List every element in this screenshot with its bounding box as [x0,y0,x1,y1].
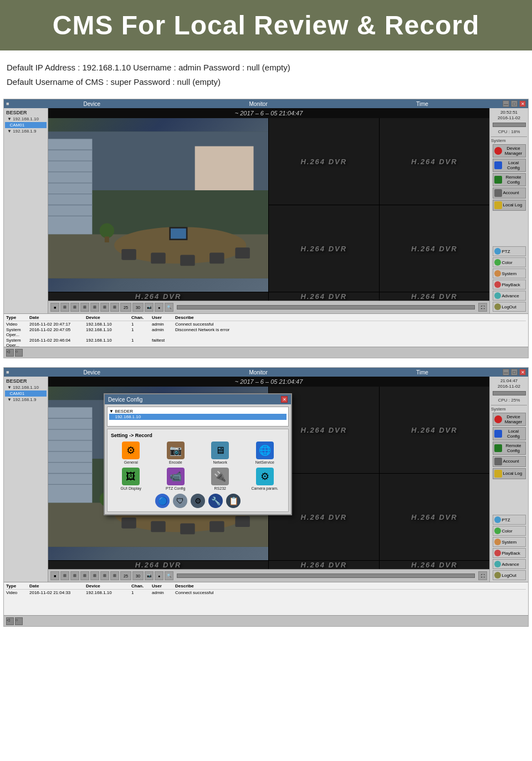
device-manager-btn-2[interactable]: Device Manager [493,413,526,426]
remote-config-btn-1[interactable]: Remote Config [493,173,526,186]
tab-device-2[interactable]: Device [84,369,101,376]
device-manager-btn-1[interactable]: Device Manager [493,144,526,158]
num25-btn-2[interactable]: 25 [120,571,131,580]
grid2-btn-2[interactable]: ⊞ [70,571,79,580]
config-item-network[interactable]: 🖥 Network [200,442,241,464]
tree-item-0[interactable]: ▼ BESDER [109,409,287,414]
minimize-btn-2[interactable]: — [503,369,509,376]
grid6-btn-1[interactable]: ⊞ [110,303,119,312]
fullscreen-btn-2[interactable]: ⛶ [478,571,487,580]
bb-btn2-1[interactable]: ○ [15,349,23,357]
bottom-icon-2[interactable]: ⚙ [191,494,205,508]
tab-device-1[interactable]: Device [84,101,101,107]
rs232-label: RS232 [214,486,226,490]
tab-monitor-1[interactable]: Monitor [249,101,267,107]
close-btn-1[interactable]: ✕ [519,100,526,107]
capture-btn-1[interactable]: 📷 [145,303,154,312]
dialog-close-btn[interactable]: ✕ [281,396,288,403]
rec-btn-2[interactable]: ● [155,571,163,580]
sidebar-item-root-2[interactable]: ▼ 192.168.1.10 [5,384,47,390]
grid5-btn-1[interactable]: ⊞ [100,303,109,312]
tab-time-2[interactable]: Time [416,369,428,376]
local-log-btn-2[interactable]: Local Log [493,468,526,479]
grid3-btn-1[interactable]: ⊞ [80,303,89,312]
config-item-ptz[interactable]: 📹 PTZ Config [156,468,196,490]
playback-nav-btn-1[interactable]: PlayBack [493,280,526,290]
config-item-general[interactable]: ⚙ General [111,442,151,464]
sidebar-item-ip2-2[interactable]: ▼ 192.168.1.9 [5,397,47,403]
logout-nav-btn-1[interactable]: LogOut [493,302,526,312]
grid3-btn-2[interactable]: ⊞ [80,571,89,580]
advance-nav-btn-2[interactable]: Advance [493,559,526,569]
remote-config-icon-1 [494,176,502,184]
bottom-icon-3[interactable]: 🔧 [208,494,223,508]
grid4-btn-1[interactable]: ⊞ [90,303,99,312]
grid6-btn-2[interactable]: ⊞ [110,571,119,580]
sidebar-item-cam-1[interactable]: CAM01 [5,122,47,128]
tree-item-1[interactable]: 192.168.1.10 [109,414,287,420]
num25-btn-1[interactable]: 25 [120,303,131,312]
bb-btn1-1[interactable]: ◁ [6,349,14,357]
advance-nav-btn-1[interactable]: Advance [493,291,526,301]
close-btn-2[interactable]: ✕ [519,369,526,376]
bottom-icon-0[interactable]: 🔵 [155,494,170,508]
ptc-nav-btn-1[interactable]: PTZ [493,246,526,256]
color-nav-btn-1[interactable]: Color [493,257,526,267]
fullscreen-btn-1[interactable]: ⛶ [478,303,487,312]
account-btn-2[interactable]: Account [493,456,526,467]
dvr-label-tr1-2: H.264 DVR [300,426,347,434]
sidebar-item-cam-2[interactable]: CAM01 [5,390,47,397]
volume-slider-1[interactable] [177,305,475,310]
remote-config-btn-2[interactable]: Remote Config [493,442,526,455]
dialog-tree: ▼ BESDER 192.168.1.10 [107,407,289,427]
rec-btn-1[interactable]: ● [155,303,163,312]
num30-btn-1[interactable]: 30 [132,303,144,312]
capture-btn-2[interactable]: 📷 [145,571,154,580]
color-nav-btn-2[interactable]: Color [493,526,526,536]
volume-slider-2[interactable] [177,574,475,578]
bb-btn2-2[interactable]: ○ [15,617,23,625]
tab-time-1[interactable]: Time [416,101,428,107]
num30-btn-2[interactable]: 30 [132,571,144,580]
dvr-label-b1-1: H.264 DVR [135,292,182,301]
stop-btn-2[interactable]: ■ [50,571,59,580]
system-nav-btn-2[interactable]: System [493,537,526,547]
account-btn-1[interactable]: Account [493,187,526,199]
bb-btn1-2[interactable]: ◁ [6,617,14,625]
config-item-netservice[interactable]: 🌐 NetService [245,442,285,464]
local-config-btn-2[interactable]: Local Config [493,427,526,440]
grid1-btn-2[interactable]: ⊞ [60,571,69,580]
logout-nav-btn-2[interactable]: LogOut [493,570,526,580]
config-item-rs232[interactable]: 🔌 RS232 [200,468,241,490]
logout-icon-1 [494,303,501,310]
tab-monitor-2[interactable]: Monitor [249,369,267,376]
color-icon-2 [494,527,501,534]
sidebar-item-root-1[interactable]: ▼ 192.168.1.10 [5,116,47,122]
grid5-btn-2[interactable]: ⊞ [100,571,109,580]
titlebar-controls-1: — □ ✕ [503,100,526,107]
local-log-btn-1[interactable]: Local Log [493,200,526,211]
zoom-btn-2[interactable]: 🔍 [165,571,173,580]
sidebar-item-ip2-1[interactable]: ▼ 192.168.1.9 [5,128,47,134]
zoom-btn-1[interactable]: 🔍 [165,303,173,312]
minimize-btn-1[interactable]: — [503,100,509,107]
grid2-btn-1[interactable]: ⊞ [70,303,79,312]
config-item-encode[interactable]: 📷 Encode [156,442,196,464]
stop-btn-1[interactable]: ■ [50,303,59,312]
ptc-nav-btn-2[interactable]: PTZ [493,515,526,525]
device-manager-icon-2 [494,415,502,423]
grid1-btn-1[interactable]: ⊞ [60,303,69,312]
playback-nav-btn-2[interactable]: PlayBack [493,548,526,558]
cms-titlebar-1: ■ Device Monitor Time — □ ✕ [4,99,528,108]
maximize-btn-1[interactable]: □ [511,100,518,107]
maximize-btn-2[interactable]: □ [511,369,518,376]
bottom-icon-1[interactable]: 🛡 [173,494,187,508]
video-cell-br1-1: H.264 DVR [269,205,379,292]
svg-rect-13 [151,253,165,264]
local-config-btn-1[interactable]: Local Config [493,159,526,172]
bottom-icon-4[interactable]: 📋 [226,494,241,508]
config-item-gui[interactable]: 🖼 GUI Display [111,468,151,490]
system-nav-btn-1[interactable]: System [493,268,526,278]
config-item-camera[interactable]: ⚙ Camera param. [245,468,285,490]
grid4-btn-2[interactable]: ⊞ [90,571,99,580]
